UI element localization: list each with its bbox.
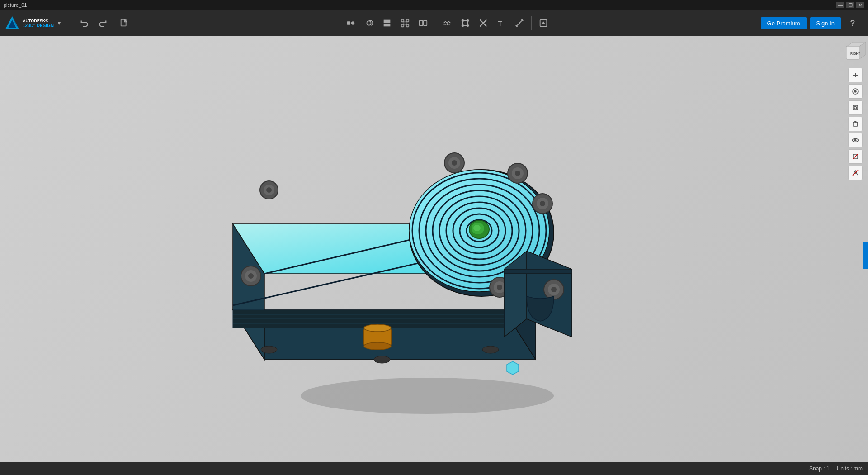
svg-point-32 [301,378,554,414]
main-toolbar: T [141,15,754,31]
pattern-button[interactable] [397,15,413,31]
autodesk-logo-icon [5,15,20,31]
3d-viewport[interactable]: RIGHT [0,36,868,475]
help-button[interactable]: ? [844,15,861,31]
separator-3 [435,16,435,30]
hide-edges-button[interactable] [848,149,863,164]
menubar: AUTODESK® 123D° DESIGN ▼ [0,10,868,36]
transform-button[interactable] [457,15,473,31]
svg-point-64 [540,201,545,206]
zoom-fit-button[interactable] [848,100,863,115]
modify-button[interactable] [379,15,395,31]
minimize-button[interactable]: — [836,2,844,8]
svg-point-52 [473,225,481,231]
import-3d-button[interactable] [535,15,552,31]
close-button[interactable]: ✕ [856,2,864,8]
svg-point-87 [261,346,277,353]
sketch-button[interactable] [361,15,377,31]
svg-point-98 [854,90,856,92]
home-view-button[interactable] [848,84,863,99]
redo-button[interactable] [94,15,110,31]
logo-area: AUTODESK® 123D° DESIGN ▼ [0,15,72,31]
svg-point-70 [497,285,502,290]
go-premium-button[interactable]: Go Premium [761,17,807,29]
top-right-actions: Go Premium Sign In ? [754,15,868,31]
svg-point-55 [266,187,272,193]
svg-rect-17 [420,21,423,26]
eye-visibility-button[interactable] [848,133,863,147]
svg-marker-76 [504,269,572,274]
view-cube[interactable]: RIGHT [844,40,867,62]
primitives-button[interactable] [343,15,359,31]
svg-marker-31 [542,21,545,24]
window-controls: — ❐ ✕ [836,2,864,8]
svg-point-24 [462,25,464,27]
svg-text:RIGHT: RIGHT [850,52,861,55]
svg-point-85 [364,324,391,332]
units-status: Units : mm [837,466,863,472]
merge-button[interactable] [475,15,491,31]
3d-model-svg [210,97,617,414]
text-button[interactable]: T [493,15,509,31]
svg-point-58 [452,160,457,166]
svg-rect-99 [853,105,858,110]
small-hexagon-piece [504,359,522,379]
svg-rect-16 [404,22,407,24]
separator-2 [139,16,139,30]
svg-rect-9 [387,20,390,23]
svg-point-79 [551,287,557,292]
sign-in-button[interactable]: Sign In [810,17,841,29]
right-panel-toggle[interactable] [863,242,868,269]
titlebar: picture_01 — ❐ ✕ [0,0,868,10]
brand-name: AUTODESK® [23,19,54,23]
statusbar: Snap : 1 Units : mm [0,462,868,475]
svg-point-100 [854,107,857,109]
svg-rect-12 [401,19,404,22]
svg-point-29 [519,22,520,24]
undo-button[interactable] [77,15,93,31]
svg-rect-15 [406,24,409,27]
product-name: 123D° DESIGN [23,23,54,28]
zoom-in-button[interactable] [848,68,863,82]
svg-point-89 [482,346,499,353]
maximize-button[interactable]: ❐ [846,2,854,8]
ortho-view-button[interactable] [848,117,863,131]
svg-point-104 [854,139,857,142]
svg-point-88 [374,356,390,363]
svg-rect-18 [424,21,427,26]
svg-text:T: T [498,20,502,27]
svg-rect-13 [401,24,404,27]
new-file-button[interactable] [116,15,132,31]
svg-point-25 [467,25,469,27]
svg-point-22 [462,20,464,22]
svg-rect-5 [347,21,350,24]
snap-status: Snap : 1 [809,466,830,472]
svg-rect-11 [387,24,390,26]
svg-rect-14 [406,19,409,22]
logo-dropdown-arrow[interactable]: ▼ [57,20,62,26]
svg-point-6 [351,21,354,24]
window-title: picture_01 [4,2,27,8]
svg-point-23 [467,20,469,22]
separator-1 [113,16,113,30]
svg-marker-90 [507,361,519,375]
svg-point-73 [248,273,254,279]
svg-rect-101 [853,123,858,126]
undo-redo-toolbar [72,15,137,31]
svg-rect-10 [384,24,387,26]
svg-point-61 [515,171,520,176]
snap-button[interactable] [439,15,455,31]
group-button[interactable] [415,15,431,31]
separator-4 [531,16,532,30]
svg-point-7 [367,21,371,25]
svg-rect-8 [384,20,387,23]
measure-button[interactable] [511,15,528,31]
model-background [0,36,868,475]
material-button[interactable] [848,166,863,180]
svg-point-86 [364,342,391,350]
